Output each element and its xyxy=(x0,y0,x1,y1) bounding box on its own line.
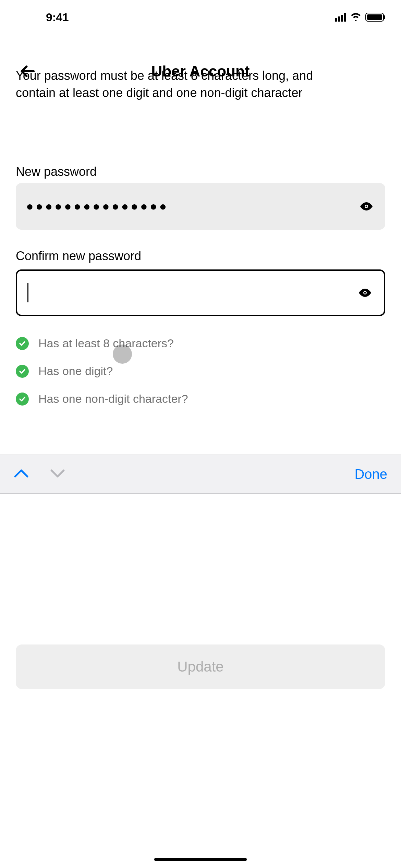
wifi-icon xyxy=(350,13,361,21)
battery-icon xyxy=(365,13,384,22)
update-button[interactable]: Update xyxy=(16,644,385,689)
check-circle-icon xyxy=(16,337,29,350)
chevron-up-icon xyxy=(14,468,29,479)
eye-icon xyxy=(359,202,374,211)
previous-field-button[interactable] xyxy=(14,468,29,480)
touch-indicator xyxy=(113,345,132,364)
confirm-password-label: Confirm new password xyxy=(16,249,141,263)
requirement-item: Has one digit? xyxy=(16,364,385,378)
toggle-confirm-visibility-button[interactable] xyxy=(356,284,374,301)
new-password-label: New password xyxy=(16,165,97,179)
cellular-signal-icon xyxy=(335,13,346,22)
requirement-text: Has one digit? xyxy=(38,364,113,378)
requirement-text: Has at least 8 characters? xyxy=(38,337,174,350)
requirement-text: Has one non-digit character? xyxy=(38,392,188,406)
status-time: 9:41 xyxy=(46,11,69,24)
text-cursor xyxy=(27,283,28,302)
check-circle-icon xyxy=(16,393,29,406)
check-circle-icon xyxy=(16,365,29,378)
requirement-item: Has at least 8 characters? xyxy=(16,337,385,350)
next-field-button[interactable] xyxy=(50,468,65,480)
svg-point-3 xyxy=(364,292,366,294)
instructions-cutoff-line: Your password must be at least 8 charact… xyxy=(16,67,385,84)
eye-icon xyxy=(358,288,372,298)
requirement-item: Has one non-digit character? xyxy=(16,392,385,406)
check-icon xyxy=(19,395,26,403)
new-password-masked-value: ●●●●●●●●●●●●●●● xyxy=(26,199,358,214)
svg-point-1 xyxy=(366,206,367,207)
status-icons xyxy=(335,13,384,22)
new-password-input[interactable]: ●●●●●●●●●●●●●●● xyxy=(16,183,385,230)
home-indicator[interactable] xyxy=(154,858,247,861)
keyboard-done-button[interactable]: Done xyxy=(354,467,387,482)
check-icon xyxy=(19,340,26,347)
confirm-password-value xyxy=(27,283,356,302)
confirm-password-input[interactable] xyxy=(16,269,385,316)
password-requirements: Has at least 8 characters? Has one digit… xyxy=(16,337,385,406)
password-instructions: Your password must be at least 8 charact… xyxy=(16,84,385,101)
keyboard-accessory-bar: Done xyxy=(0,455,401,494)
instructions-visible-line: contain at least one digit and one non-d… xyxy=(16,84,385,101)
chevron-down-icon xyxy=(50,468,65,479)
check-icon xyxy=(19,367,26,375)
toggle-password-visibility-button[interactable] xyxy=(358,198,375,215)
status-bar: 9:41 xyxy=(0,0,401,34)
